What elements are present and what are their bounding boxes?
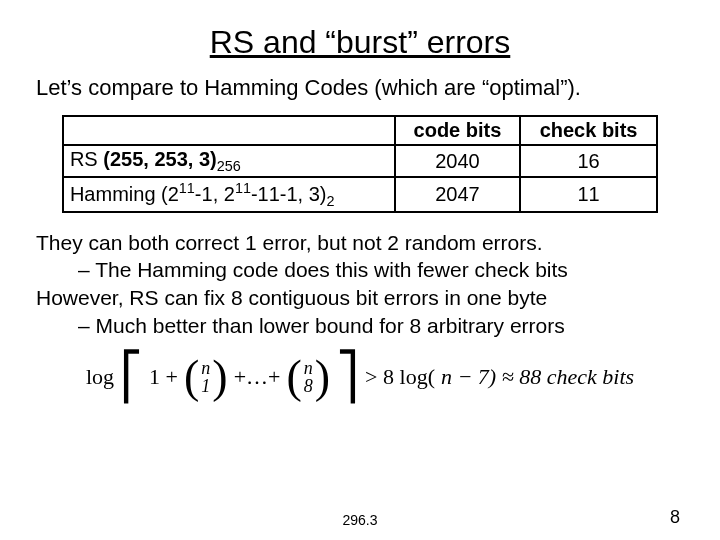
rparen-icon: ⎤ bbox=[336, 354, 359, 400]
ham-sup1: 11 bbox=[179, 180, 195, 196]
header-check-bits: check bits bbox=[520, 116, 657, 145]
body-line-3: However, RS can fix 8 contiguous bit err… bbox=[36, 284, 684, 312]
body-line-4: – Much better than lower bound for 8 arb… bbox=[36, 312, 684, 340]
rparen-icon: ) bbox=[315, 354, 330, 400]
table-header-row: code bits check bits bbox=[63, 116, 657, 145]
formula-block: log ⎡ 1 + ( n 1 ) +…+ ( n 8 ) ⎤ > bbox=[36, 354, 684, 400]
formula-rhs: n − 7) ≈ 88 check bits bbox=[441, 364, 634, 390]
formula: log ⎡ 1 + ( n 1 ) +…+ ( n 8 ) ⎤ > bbox=[86, 354, 634, 400]
ham-sub: 2 bbox=[327, 193, 335, 209]
binom-1-inner: n 1 bbox=[199, 359, 212, 395]
footer-page-number: 8 bbox=[670, 507, 680, 528]
lparen-icon: ( bbox=[184, 354, 199, 400]
header-empty bbox=[63, 116, 395, 145]
table-row: RS (255, 253, 3)256 2040 16 bbox=[63, 145, 657, 177]
comparison-table: code bits check bits RS (255, 253, 3)256… bbox=[62, 115, 658, 213]
rs-check-bits: 16 bbox=[520, 145, 657, 177]
row-hamming-label: Hamming (211-1, 211-11-1, 3)2 bbox=[63, 177, 395, 212]
intro-text: Let’s compare to Hamming Codes (which ar… bbox=[36, 75, 684, 101]
header-code-bits: code bits bbox=[395, 116, 520, 145]
formula-dots: +…+ bbox=[234, 364, 281, 390]
rs-code-bits: 2040 bbox=[395, 145, 520, 177]
ham-m1: -1, 2 bbox=[195, 183, 235, 205]
formula-log: log bbox=[86, 364, 114, 390]
lparen-icon: ⎡ bbox=[120, 354, 143, 400]
binom-1-top: n bbox=[201, 359, 210, 377]
close-bracket: ⎤ bbox=[336, 354, 359, 400]
footer-course-number: 296.3 bbox=[0, 512, 720, 528]
binom-2-top: n bbox=[304, 359, 313, 377]
slide-title: RS and “burst” errors bbox=[36, 24, 684, 61]
binom-2-inner: n 8 bbox=[302, 359, 315, 395]
ham-p1: Hamming (2 bbox=[70, 183, 179, 205]
body-text: They can both correct 1 error, but not 2… bbox=[36, 229, 684, 340]
ham-code-bits: 2047 bbox=[395, 177, 520, 212]
binom-2: ( n 8 ) bbox=[286, 354, 330, 400]
row-rs-label: RS (255, 253, 3)256 bbox=[63, 145, 395, 177]
body-line-1: They can both correct 1 error, but not 2… bbox=[36, 229, 684, 257]
open-bracket: ⎡ bbox=[120, 354, 143, 400]
lparen-icon: ( bbox=[286, 354, 301, 400]
rs-prefix: RS bbox=[70, 148, 103, 170]
formula-1plus: 1 + bbox=[149, 364, 178, 390]
slide: RS and “burst” errors Let’s compare to H… bbox=[0, 0, 720, 540]
rs-bold: (255, 253, 3) bbox=[103, 148, 216, 170]
table-row: Hamming (211-1, 211-11-1, 3)2 2047 11 bbox=[63, 177, 657, 212]
ham-sup2: 11 bbox=[235, 180, 251, 196]
binom-1: ( n 1 ) bbox=[184, 354, 228, 400]
rs-sub: 256 bbox=[217, 158, 241, 174]
binom-1-bot: 1 bbox=[201, 377, 210, 395]
ham-m2: -11-1, 3) bbox=[251, 183, 327, 205]
rparen-icon: ) bbox=[212, 354, 227, 400]
formula-gt: > 8 log( bbox=[365, 364, 435, 390]
body-line-2: – The Hamming code does this with fewer … bbox=[36, 256, 684, 284]
binom-2-bot: 8 bbox=[304, 377, 313, 395]
ham-check-bits: 11 bbox=[520, 177, 657, 212]
